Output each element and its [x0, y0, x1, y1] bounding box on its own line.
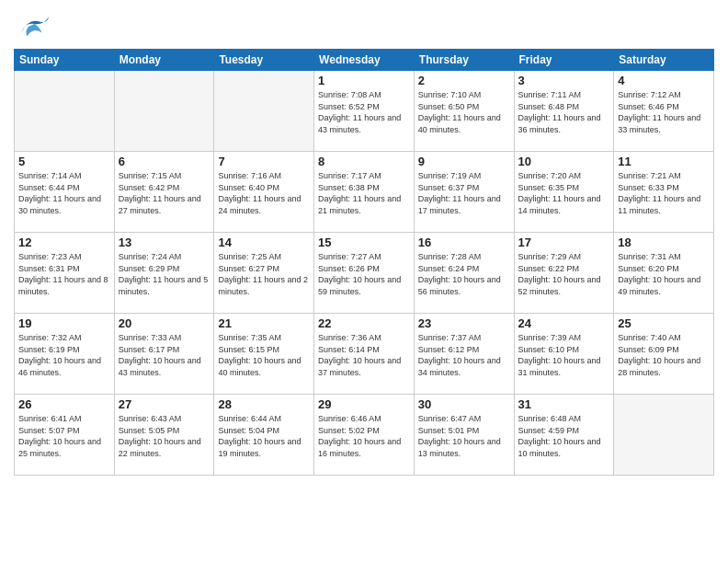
day-number: 9 — [418, 155, 510, 168]
calendar-cell: 14 Sunrise: 7:25 AM Sunset: 6:27 PM Dayl… — [214, 233, 314, 314]
calendar-cell: 18 Sunrise: 7:31 AM Sunset: 6:20 PM Dayl… — [614, 233, 714, 314]
day-info: Sunrise: 7:16 AM Sunset: 6:40 PM Dayligh… — [218, 170, 310, 216]
day-number: 17 — [518, 236, 610, 249]
day-number: 2 — [418, 74, 510, 87]
calendar-row-3: 19 Sunrise: 7:32 AM Sunset: 6:19 PM Dayl… — [15, 314, 714, 395]
calendar-cell — [114, 71, 214, 152]
calendar-cell: 8 Sunrise: 7:17 AM Sunset: 6:38 PM Dayli… — [314, 152, 415, 233]
calendar-cell — [214, 71, 314, 152]
day-info: Sunrise: 7:17 AM Sunset: 6:38 PM Dayligh… — [318, 170, 410, 216]
day-number: 23 — [418, 316, 510, 330]
calendar-cell: 30 Sunrise: 6:47 AM Sunset: 5:01 PM Dayl… — [414, 395, 514, 476]
calendar-cell: 1 Sunrise: 7:08 AM Sunset: 6:52 PM Dayli… — [314, 71, 415, 152]
day-number: 21 — [218, 316, 310, 330]
calendar-cell: 29 Sunrise: 6:46 AM Sunset: 5:02 PM Dayl… — [314, 395, 415, 476]
day-number: 6 — [119, 155, 210, 168]
calendar-cell: 9 Sunrise: 7:19 AM Sunset: 6:37 PM Dayli… — [414, 152, 514, 233]
calendar-row-4: 26 Sunrise: 6:41 AM Sunset: 5:07 PM Dayl… — [15, 395, 714, 476]
calendar-cell: 27 Sunrise: 6:43 AM Sunset: 5:05 PM Dayl… — [114, 395, 214, 476]
col-tuesday: Tuesday — [214, 50, 314, 71]
day-info: Sunrise: 7:23 AM Sunset: 6:31 PM Dayligh… — [18, 251, 110, 297]
calendar-cell — [614, 395, 714, 476]
day-info: Sunrise: 7:12 AM Sunset: 6:46 PM Dayligh… — [618, 89, 710, 135]
calendar-cell: 6 Sunrise: 7:15 AM Sunset: 6:42 PM Dayli… — [114, 152, 214, 233]
day-number: 29 — [318, 397, 410, 411]
day-number: 16 — [418, 236, 510, 249]
day-number: 11 — [618, 155, 710, 168]
calendar-cell: 15 Sunrise: 7:27 AM Sunset: 6:26 PM Dayl… — [314, 233, 415, 314]
day-number: 31 — [518, 397, 610, 411]
calendar-row-1: 5 Sunrise: 7:14 AM Sunset: 6:44 PM Dayli… — [15, 152, 714, 233]
calendar-cell: 4 Sunrise: 7:12 AM Sunset: 6:46 PM Dayli… — [614, 71, 714, 152]
calendar-cell: 19 Sunrise: 7:32 AM Sunset: 6:19 PM Dayl… — [15, 314, 115, 395]
day-number: 24 — [518, 316, 610, 330]
calendar-cell: 13 Sunrise: 7:24 AM Sunset: 6:29 PM Dayl… — [114, 233, 214, 314]
day-number: 7 — [218, 155, 310, 168]
day-info: Sunrise: 7:19 AM Sunset: 6:37 PM Dayligh… — [418, 170, 510, 216]
calendar-cell: 5 Sunrise: 7:14 AM Sunset: 6:44 PM Dayli… — [15, 152, 115, 233]
day-number: 19 — [18, 316, 110, 330]
day-info: Sunrise: 7:36 AM Sunset: 6:14 PM Dayligh… — [318, 332, 410, 378]
day-info: Sunrise: 7:28 AM Sunset: 6:24 PM Dayligh… — [418, 251, 510, 297]
col-monday: Monday — [114, 50, 214, 71]
calendar-cell: 23 Sunrise: 7:37 AM Sunset: 6:12 PM Dayl… — [414, 314, 514, 395]
day-info: Sunrise: 7:29 AM Sunset: 6:22 PM Dayligh… — [518, 251, 610, 297]
day-number: 22 — [318, 316, 410, 330]
day-number: 26 — [18, 397, 110, 411]
calendar-row-2: 12 Sunrise: 7:23 AM Sunset: 6:31 PM Dayl… — [15, 233, 714, 314]
day-number: 27 — [119, 397, 210, 411]
day-info: Sunrise: 7:10 AM Sunset: 6:50 PM Dayligh… — [418, 89, 510, 135]
day-number: 3 — [518, 74, 610, 87]
day-info: Sunrise: 6:44 AM Sunset: 5:04 PM Dayligh… — [218, 413, 310, 459]
logo-icon — [14, 9, 51, 41]
day-info: Sunrise: 7:37 AM Sunset: 6:12 PM Dayligh… — [418, 332, 510, 378]
day-info: Sunrise: 6:41 AM Sunset: 5:07 PM Dayligh… — [18, 413, 110, 459]
calendar-cell: 31 Sunrise: 6:48 AM Sunset: 4:59 PM Dayl… — [514, 395, 614, 476]
day-info: Sunrise: 6:46 AM Sunset: 5:02 PM Dayligh… — [318, 413, 410, 459]
day-info: Sunrise: 7:24 AM Sunset: 6:29 PM Dayligh… — [119, 251, 210, 297]
col-sunday: Sunday — [15, 50, 115, 71]
calendar-cell: 3 Sunrise: 7:11 AM Sunset: 6:48 PM Dayli… — [514, 71, 614, 152]
day-info: Sunrise: 7:14 AM Sunset: 6:44 PM Dayligh… — [18, 170, 110, 216]
day-info: Sunrise: 7:08 AM Sunset: 6:52 PM Dayligh… — [318, 89, 410, 135]
day-number: 15 — [318, 236, 410, 249]
day-number: 12 — [18, 236, 110, 249]
day-number: 4 — [618, 74, 710, 87]
day-info: Sunrise: 7:39 AM Sunset: 6:10 PM Dayligh… — [518, 332, 610, 378]
calendar-cell: 28 Sunrise: 6:44 AM Sunset: 5:04 PM Dayl… — [214, 395, 314, 476]
day-info: Sunrise: 7:31 AM Sunset: 6:20 PM Dayligh… — [618, 251, 710, 297]
col-saturday: Saturday — [614, 50, 714, 71]
day-number: 13 — [119, 236, 210, 249]
day-info: Sunrise: 7:11 AM Sunset: 6:48 PM Dayligh… — [518, 89, 610, 135]
day-number: 28 — [218, 397, 310, 411]
day-info: Sunrise: 7:20 AM Sunset: 6:35 PM Dayligh… — [518, 170, 610, 216]
day-number: 25 — [618, 316, 710, 330]
day-number: 14 — [218, 236, 310, 249]
day-info: Sunrise: 7:25 AM Sunset: 6:27 PM Dayligh… — [218, 251, 310, 297]
calendar-header-row: Sunday Monday Tuesday Wednesday Thursday… — [15, 50, 714, 71]
day-info: Sunrise: 7:21 AM Sunset: 6:33 PM Dayligh… — [618, 170, 710, 216]
day-number: 1 — [318, 74, 410, 87]
day-number: 10 — [518, 155, 610, 168]
day-info: Sunrise: 7:40 AM Sunset: 6:09 PM Dayligh… — [618, 332, 710, 378]
col-friday: Friday — [514, 50, 614, 71]
day-info: Sunrise: 6:48 AM Sunset: 4:59 PM Dayligh… — [518, 413, 610, 459]
header — [14, 9, 714, 41]
col-thursday: Thursday — [414, 50, 514, 71]
calendar-cell: 26 Sunrise: 6:41 AM Sunset: 5:07 PM Dayl… — [15, 395, 115, 476]
calendar-cell: 2 Sunrise: 7:10 AM Sunset: 6:50 PM Dayli… — [414, 71, 514, 152]
day-info: Sunrise: 7:32 AM Sunset: 6:19 PM Dayligh… — [18, 332, 110, 378]
day-info: Sunrise: 7:27 AM Sunset: 6:26 PM Dayligh… — [318, 251, 410, 297]
day-info: Sunrise: 7:15 AM Sunset: 6:42 PM Dayligh… — [119, 170, 210, 216]
calendar-cell: 12 Sunrise: 7:23 AM Sunset: 6:31 PM Dayl… — [15, 233, 115, 314]
day-number: 5 — [18, 155, 110, 168]
calendar-cell: 21 Sunrise: 7:35 AM Sunset: 6:15 PM Dayl… — [214, 314, 314, 395]
logo — [14, 9, 54, 41]
calendar-cell: 11 Sunrise: 7:21 AM Sunset: 6:33 PM Dayl… — [614, 152, 714, 233]
day-info: Sunrise: 6:43 AM Sunset: 5:05 PM Dayligh… — [119, 413, 210, 459]
calendar-row-0: 1 Sunrise: 7:08 AM Sunset: 6:52 PM Dayli… — [15, 71, 714, 152]
day-number: 30 — [418, 397, 510, 411]
calendar-cell: 24 Sunrise: 7:39 AM Sunset: 6:10 PM Dayl… — [514, 314, 614, 395]
calendar-cell: 10 Sunrise: 7:20 AM Sunset: 6:35 PM Dayl… — [514, 152, 614, 233]
calendar-cell — [15, 71, 115, 152]
